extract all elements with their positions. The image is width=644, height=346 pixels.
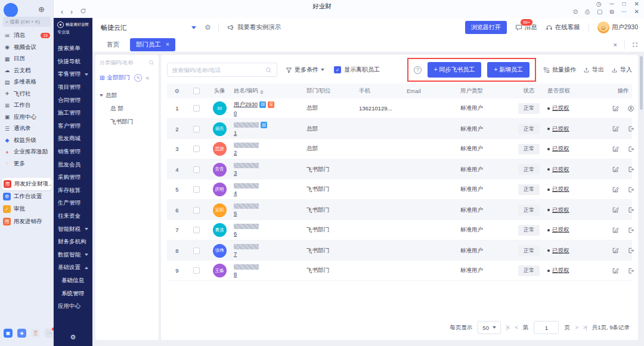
page-input[interactable]	[534, 321, 559, 334]
import-button[interactable]: 导入	[611, 66, 632, 74]
sidebar-item-基础信息[interactable]: 基础信息	[54, 274, 92, 288]
account-icon[interactable]	[627, 105, 634, 112]
auth-link[interactable]: 已授权	[552, 125, 569, 133]
sidebar-item-施工管理[interactable]: 施工管理	[54, 107, 92, 120]
company-settings-gear-icon[interactable]: ⚙	[205, 23, 211, 32]
column-settings-gear-icon[interactable]: ⚙	[167, 88, 187, 94]
tab-dept-employees[interactable]: 部门员工 ×	[130, 38, 175, 51]
forward-icon[interactable]: ›	[70, 8, 73, 16]
batch-actions-button[interactable]: 批量操作	[543, 66, 576, 74]
sidebar-item-批发商城[interactable]: 批发商城	[54, 132, 92, 146]
sidebar-item-快捷导航[interactable]: 快捷导航	[54, 55, 92, 69]
sidebar-item-生产管理[interactable]: 生产管理	[54, 197, 92, 210]
sync-feishu-employees-button[interactable]: + 同步飞书员工	[428, 62, 482, 78]
last-page-icon[interactable]: >|	[583, 325, 587, 330]
close-all-icon[interactable]: ×	[614, 41, 617, 48]
edit-icon[interactable]	[612, 146, 619, 153]
employee-code-link[interactable]: 5	[234, 210, 237, 217]
sidebar-item-客户管理[interactable]: 客户管理	[54, 120, 92, 133]
next-page-icon[interactable]: >	[575, 325, 578, 330]
edit-icon[interactable]	[612, 186, 619, 193]
auth-link[interactable]: 已授权	[552, 267, 569, 274]
scrollbar-thumb[interactable]	[640, 56, 643, 110]
rail-item[interactable]: ◆权益升级	[0, 135, 54, 147]
rail-item[interactable]: ✉消息19	[0, 30, 54, 42]
minimize-icon[interactable]: ─	[609, 1, 614, 7]
leave-icon[interactable]	[627, 186, 634, 193]
sidebar-item-数据智能[interactable]: 数据智能	[54, 249, 92, 262]
tab-home[interactable]: 首页	[107, 41, 119, 49]
scrollbar[interactable]	[640, 55, 643, 340]
dock-app-icon[interactable]: ▣	[4, 329, 13, 338]
close-tab-icon[interactable]: ×	[166, 41, 169, 48]
rail-pinned-app[interactable]: ⚙工作台设置	[0, 190, 54, 203]
company-select[interactable]: 畅捷云汇	[101, 23, 196, 32]
auth-link[interactable]: 已授权	[552, 104, 569, 112]
more-icon[interactable]: ⋯	[621, 9, 627, 15]
first-page-icon[interactable]: |<	[506, 325, 510, 330]
sidebar-item-零售管理[interactable]: 零售管理	[54, 68, 92, 81]
target-icon[interactable]: ⊙	[573, 9, 578, 15]
rail-item[interactable]: ⊞工作台	[0, 100, 54, 112]
sidebar-item-销售管理[interactable]: 销售管理	[54, 146, 92, 159]
edit-icon[interactable]	[612, 227, 619, 234]
rail-pinned-app[interactable]: 用用友进销存	[0, 215, 54, 228]
maximize-icon[interactable]: □	[623, 1, 626, 7]
messages-button[interactable]: 消息 99+	[515, 23, 537, 32]
leave-icon[interactable]	[627, 227, 634, 234]
all-departments[interactable]: 全部部门	[107, 74, 129, 82]
sidebar-item-合同管理[interactable]: 合同管理	[54, 94, 92, 107]
checkbox-checked-icon[interactable]: ✓	[334, 66, 341, 73]
auth-link[interactable]: 已授权	[552, 206, 569, 214]
department-search-input[interactable]	[100, 60, 141, 66]
auth-link[interactable]: 已授权	[552, 186, 569, 193]
edit-icon[interactable]	[612, 105, 619, 112]
window-icon[interactable]: ▢	[597, 9, 602, 15]
employee-code-link[interactable]: 2	[234, 149, 237, 156]
employee-code-link[interactable]: 7	[234, 251, 237, 257]
sidebar-item-基础设置[interactable]: 基础设置	[54, 261, 92, 274]
export-button[interactable]: 导出	[583, 66, 604, 74]
employee-search[interactable]	[167, 63, 277, 77]
tree-node[interactable]: 总 部	[100, 102, 154, 115]
rail-item[interactable]: ☰通讯录	[0, 123, 54, 135]
sidebar-item-批发会员[interactable]: 批发会员	[54, 158, 92, 171]
dock-app-icon[interactable]: ▒	[31, 329, 40, 338]
user-avatar[interactable]	[4, 3, 18, 17]
select-all-checkbox[interactable]	[193, 88, 200, 94]
edit-departments-icon[interactable]: ✎	[134, 74, 142, 82]
print-icon[interactable]: ⎙	[585, 9, 590, 15]
leave-icon[interactable]	[627, 166, 634, 173]
sidebar-item-往来资金[interactable]: 往来资金	[54, 210, 92, 223]
auth-link[interactable]: 已授权	[552, 226, 569, 234]
collapse-panel-icon[interactable]: «	[145, 75, 149, 81]
rail-pinned-app[interactable]: ✓审批	[0, 203, 54, 215]
sidebar-item-库存核算[interactable]: 库存核算	[54, 184, 92, 197]
leave-icon[interactable]	[627, 267, 634, 274]
employee-code-link[interactable]: 3	[234, 169, 237, 176]
row-checkbox[interactable]	[193, 186, 200, 193]
auth-link[interactable]: 已授权	[552, 166, 569, 174]
sort-icon[interactable]	[260, 90, 264, 94]
tree-node[interactable]: 飞书部门	[100, 115, 154, 128]
row-checkbox[interactable]	[193, 207, 200, 214]
rail-item[interactable]: ♦企业推荐激励	[0, 146, 54, 158]
employee-code-link[interactable]: 6	[234, 230, 237, 237]
prev-page-icon[interactable]: <	[515, 325, 518, 330]
close-icon[interactable]: ✕	[634, 9, 639, 15]
rail-item[interactable]: ☁云文档	[0, 65, 54, 77]
employee-search-input[interactable]	[172, 67, 265, 73]
history-clock-icon[interactable]: ◷	[596, 1, 602, 7]
dock-app-icon[interactable]: ◈	[17, 329, 26, 338]
help-icon[interactable]: ?	[414, 66, 422, 74]
rail-item[interactable]: ✈飞行社	[0, 88, 54, 100]
rail-pinned-app[interactable]: 用用友好业财项..	[2, 178, 52, 190]
row-checkbox[interactable]	[193, 267, 200, 274]
rail-item[interactable]: ▣应用中心	[0, 112, 54, 123]
employee-code-link[interactable]: 0	[234, 110, 237, 116]
leave-icon[interactable]	[627, 146, 634, 153]
sidebar-settings-gear-icon[interactable]: ⚙	[54, 333, 92, 341]
employee-code-link[interactable]: 8	[234, 271, 237, 277]
row-checkbox[interactable]	[193, 126, 200, 132]
close-icon[interactable]: ✕	[634, 1, 639, 7]
